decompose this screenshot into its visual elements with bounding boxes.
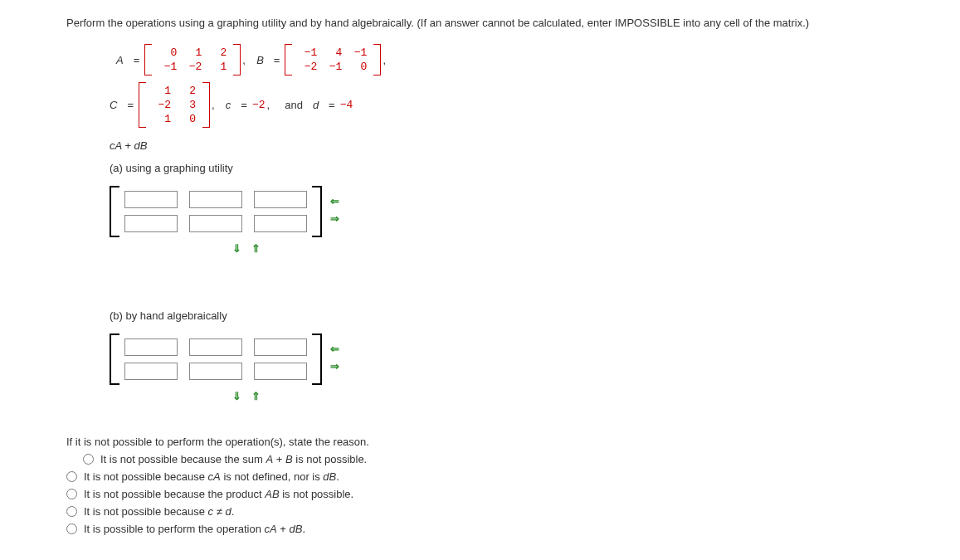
matrix-row-C: C = 1 2 −2 3 1 0 , c = −2 , and d = −4 <box>110 82 894 128</box>
eq4: = <box>241 99 247 111</box>
option-0[interactable]: It is not possible because the sum A + B… <box>83 453 894 465</box>
eq1: = <box>134 54 140 66</box>
option-1[interactable]: It is not possible because cA is not def… <box>66 470 894 483</box>
grow-cols-icon: ⇒ <box>330 212 339 225</box>
shrink-cols-icon-b: ⇐ <box>330 343 339 355</box>
a-cell-0-2[interactable] <box>254 191 307 208</box>
radio-4[interactable] <box>66 523 77 534</box>
A-1-2: 1 <box>205 60 230 74</box>
eq5: = <box>329 99 335 111</box>
option-2-label: It is not possible because the product A… <box>84 488 353 500</box>
comma1: , <box>242 54 246 66</box>
a-cell-1-0[interactable] <box>124 215 178 232</box>
a-cell-0-0[interactable] <box>124 191 178 208</box>
B-1-2: 0 <box>345 60 370 74</box>
matrix-A: 0 1 2 −1 −2 1 <box>144 44 241 75</box>
instruction-text: Perform the operations using a graphing … <box>66 17 894 29</box>
option-2[interactable]: It is not possible because the product A… <box>66 488 894 500</box>
answer-grid-a <box>110 186 322 237</box>
option-0-label: It is not possible because the sum A + B… <box>100 453 367 465</box>
option-4[interactable]: It is possible to perform the operation … <box>66 523 894 535</box>
b-cell-0-1[interactable] <box>189 338 242 356</box>
A-0-2: 2 <box>205 46 230 60</box>
A-0-1: 1 <box>180 46 205 60</box>
C-2-0: 1 <box>149 112 174 126</box>
col-resize-b[interactable]: ⇐ ⇒ <box>330 343 339 373</box>
a-cell-1-1[interactable] <box>189 215 242 232</box>
scalar-c-value: −2 <box>252 99 266 111</box>
B-0-1: 4 <box>320 46 345 60</box>
part-b-label: (b) by hand algebraically <box>110 309 894 322</box>
option-3[interactable]: It is not possible because c ≠ d. <box>66 505 894 518</box>
row-resize-a[interactable]: ⇓ ⇑ <box>232 242 894 255</box>
part-a-label: (a) using a graphing utility <box>110 162 894 174</box>
answer-grid-b <box>110 334 322 385</box>
comma3: , <box>212 99 215 111</box>
matrix-B: −1 4 −1 −2 −1 0 <box>285 44 381 75</box>
b-cell-1-2[interactable] <box>254 363 307 380</box>
C-1-1: 3 <box>174 98 199 112</box>
radio-0[interactable] <box>83 454 94 465</box>
B-0-2: −1 <box>345 46 370 60</box>
b-cell-0-0[interactable] <box>124 338 178 356</box>
b-cell-1-1[interactable] <box>189 363 242 380</box>
B-0-0: −1 <box>295 46 320 60</box>
row-resize-b[interactable]: ⇓ ⇑ <box>232 390 894 402</box>
C-1-0: −2 <box>149 98 174 112</box>
label-A: A <box>116 54 124 66</box>
option-4-label: It is possible to perform the operation … <box>84 523 305 535</box>
radio-1[interactable] <box>66 471 77 482</box>
C-0-1: 2 <box>174 84 199 98</box>
C-2-1: 0 <box>174 112 199 126</box>
label-B: B <box>256 54 264 66</box>
A-1-0: −1 <box>155 60 180 74</box>
b-cell-0-2[interactable] <box>254 338 307 356</box>
B-1-0: −2 <box>295 60 320 74</box>
b-cell-1-0[interactable] <box>124 363 178 380</box>
radio-2[interactable] <box>66 489 77 499</box>
C-0-0: 1 <box>149 84 174 98</box>
shrink-cols-icon: ⇐ <box>330 195 339 207</box>
comma4: , <box>267 99 270 111</box>
A-1-1: −2 <box>180 60 205 74</box>
label-d-scalar: d <box>313 99 319 111</box>
option-1-label: It is not possible because cA is not def… <box>84 470 339 483</box>
grow-cols-icon-b: ⇒ <box>330 360 339 373</box>
option-3-label: It is not possible because c ≠ d. <box>84 505 234 518</box>
matrix-C: 1 2 −2 3 1 0 <box>139 82 210 128</box>
a-cell-1-2[interactable] <box>254 215 307 232</box>
scalar-d-value: −4 <box>340 99 353 111</box>
a-cell-0-1[interactable] <box>189 191 242 208</box>
matrix-row-AB: A = 0 1 2 −1 −2 1 , B = −1 4 −1 <box>116 44 894 75</box>
reason-prompt: If it is not possible to perform the ope… <box>66 436 894 448</box>
expression-text: cA + dB <box>110 139 894 152</box>
eq3: = <box>127 99 134 111</box>
label-C: C <box>110 99 117 111</box>
A-0-0: 0 <box>155 46 180 60</box>
radio-3[interactable] <box>66 506 77 517</box>
label-c-scalar: c <box>226 99 231 111</box>
and-text: and <box>285 99 303 111</box>
col-resize-a[interactable]: ⇐ ⇒ <box>330 195 339 225</box>
comma2: , <box>383 54 386 66</box>
eq2: = <box>274 54 280 66</box>
B-1-1: −1 <box>320 60 345 74</box>
